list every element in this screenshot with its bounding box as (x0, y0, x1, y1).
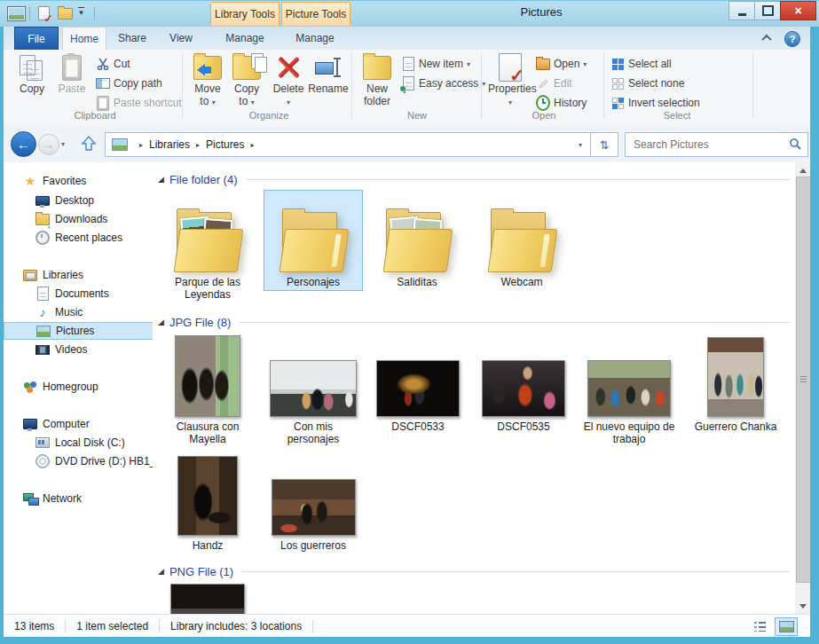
edit-button[interactable]: Edit (536, 75, 572, 92)
file-png-item[interactable] (161, 584, 255, 614)
minimize-ribbon-button[interactable] (763, 35, 770, 42)
new-folder-button[interactable]: New folder (357, 52, 398, 107)
refresh-button[interactable]: ⇄ (591, 132, 618, 157)
file-handz[interactable]: Handz (161, 456, 255, 552)
group-label-open: Open (488, 109, 600, 122)
recent-locations-dropdown[interactable]: ▾ (61, 140, 65, 148)
folder-parque-de-las-leyendas[interactable]: Parque de las Leyendas (161, 192, 255, 301)
move-to-button[interactable]: Move to ▾ (188, 52, 227, 107)
item-label: Los guerreros (280, 539, 346, 552)
group-header-png-file[interactable]: ◢ PNG File (1) (158, 563, 790, 579)
picture-tools-contextual-tab[interactable]: Picture Tools (281, 2, 350, 26)
paste-button[interactable]: Paste (53, 52, 91, 107)
ribbon-tab-row: File Home Share View Manage Manage ? (0, 27, 819, 50)
tab-manage-library[interactable]: Manage (213, 27, 277, 50)
library-tools-contextual-tab[interactable]: Library Tools (210, 2, 280, 26)
file-los-guerreros[interactable]: Los guerreros (266, 456, 360, 552)
folder-personajes[interactable]: Personajes (264, 190, 363, 291)
button-label: Invert selection (628, 97, 700, 109)
group-separator (182, 53, 183, 119)
paste-icon (62, 55, 82, 81)
thumbnails-view-button[interactable] (775, 617, 798, 636)
group-header-file-folder[interactable]: ◢ File folder (4) (158, 171, 790, 187)
sidebar-item-network[interactable]: Network (4, 490, 170, 507)
chevron-up-icon (761, 35, 771, 44)
copy-path-button[interactable]: Copy path (96, 75, 162, 92)
properties-button[interactable]: Properties ▾ (488, 52, 532, 107)
delete-button[interactable]: Delete ▾ (270, 52, 307, 107)
up-button[interactable] (78, 133, 99, 154)
maximize-icon (762, 5, 774, 16)
library-locations: Library includes: 3 locations (160, 620, 312, 632)
maximize-button[interactable] (754, 1, 782, 20)
scrollbar-thumb[interactable] (796, 177, 811, 583)
collapse-group-icon[interactable]: ◢ (158, 318, 164, 326)
file-dscf0533[interactable]: DSCF0533 (371, 337, 465, 433)
folder-webcam[interactable]: Webcam (475, 192, 569, 288)
scroll-up-button[interactable] (795, 162, 810, 177)
easy-access-button[interactable]: Easy access ▾ (401, 75, 485, 92)
button-label: Open (554, 58, 579, 70)
app-icon (7, 6, 26, 21)
file-guerrero-chanka[interactable]: Guerrero Chanka (689, 337, 783, 433)
invert-selection-icon (610, 96, 625, 110)
file-clausura-con-mayella[interactable]: Clausura con Mayella (161, 337, 255, 445)
file-el-nuevo-equipo-de-trabajo[interactable]: El nuevo equipo de trabajo (582, 337, 676, 445)
close-button[interactable]: × (780, 1, 816, 20)
select-none-button[interactable]: Select none (610, 75, 684, 92)
new-folder-icon (363, 56, 391, 80)
open-button[interactable]: Open ▾ (536, 55, 587, 73)
collapse-group-icon[interactable]: ◢ (158, 567, 164, 576)
help-button[interactable]: ? (784, 31, 800, 47)
favorites-star-icon: ★ (23, 174, 37, 188)
qat-customize-button[interactable]: ▾ (78, 7, 84, 17)
sidebar-item-computer[interactable]: Computer (4, 415, 170, 433)
breadcrumb-libraries[interactable]: Libraries (149, 138, 190, 151)
sidebar-item-libraries[interactable]: Libraries (4, 266, 170, 284)
group-header-jpg-file[interactable]: ◢ JPG File (8) (158, 314, 790, 330)
sidebar-item-homegroup[interactable]: Homegroup (4, 378, 170, 396)
copy-button[interactable]: Copy (12, 52, 51, 107)
divider (312, 620, 313, 632)
tab-file[interactable]: File (14, 27, 59, 51)
details-view-button[interactable] (748, 617, 771, 636)
thumbnails-view-icon (779, 621, 794, 632)
back-button[interactable]: ← (11, 131, 36, 157)
scroll-down-button[interactable] (795, 599, 810, 614)
photo-thumbnail (482, 360, 565, 417)
item-label: Clausura con Mayella (161, 420, 254, 445)
folder-saliditas[interactable]: Saliditas (370, 192, 464, 288)
file-con-mis-personajes[interactable]: Con mis personajes (266, 337, 360, 445)
group-separator (351, 53, 352, 119)
tab-share[interactable]: Share (110, 27, 154, 50)
history-icon (536, 96, 550, 110)
qat-properties-button[interactable]: ✓ (34, 4, 53, 22)
desktop-icon (35, 193, 50, 208)
chevron-down-icon: ▾ (79, 8, 83, 17)
address-dropdown[interactable]: ▾ (579, 141, 582, 149)
button-label: Copy (20, 82, 44, 95)
breadcrumb-separator-icon: ▸ (139, 141, 143, 149)
qat-new-folder-button[interactable] (55, 4, 75, 22)
cut-button[interactable]: Cut (96, 55, 130, 73)
rename-button[interactable]: Rename (307, 52, 350, 107)
forward-button[interactable]: → (38, 134, 59, 155)
collapse-group-icon[interactable]: ◢ (158, 175, 164, 184)
search-input[interactable] (626, 138, 789, 151)
tab-view[interactable]: View (160, 27, 202, 50)
file-dscf0535[interactable]: DSCF0535 (476, 337, 571, 433)
copy-to-button[interactable]: Copy to ▾ (227, 52, 266, 107)
select-all-button[interactable]: Select all (610, 55, 672, 73)
tab-home[interactable]: Home (62, 27, 106, 51)
vertical-scrollbar[interactable] (795, 162, 810, 614)
new-item-button[interactable]: New item ▾ (401, 55, 470, 73)
button-label: Edit (554, 77, 572, 90)
minimize-button[interactable] (728, 1, 756, 20)
tab-manage-picture[interactable]: Manage (282, 27, 348, 50)
breadcrumb-pictures[interactable]: Pictures (206, 138, 244, 151)
search-icon[interactable] (789, 137, 801, 153)
divider (94, 6, 95, 20)
sidebar-item-label: Recent places (55, 232, 122, 244)
address-bar[interactable]: ▸ Libraries ▸ Pictures ▸ ▾ (105, 132, 591, 157)
sidebar-item-favorites[interactable]: ★ Favorites (4, 172, 170, 190)
